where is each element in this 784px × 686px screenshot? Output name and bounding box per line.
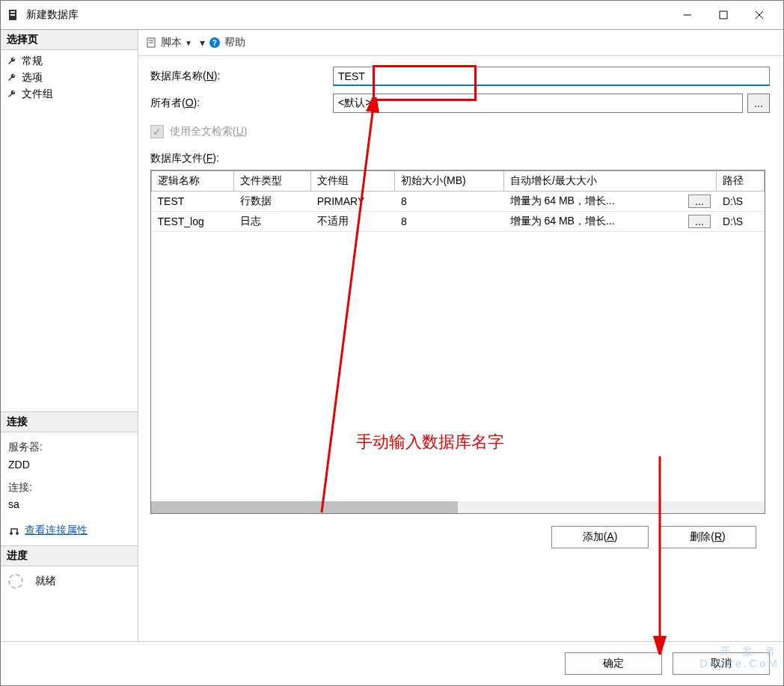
cell-filegroup[interactable]: PRIMARY bbox=[311, 192, 395, 212]
owner-label: 所有者(O): bbox=[146, 97, 333, 110]
sidebar-item-general[interactable]: 常规 bbox=[7, 53, 132, 70]
progress-section: 进度 就绪 bbox=[1, 545, 138, 641]
files-table: 逻辑名称 文件类型 文件组 初始大小(MB) 自动增长/最大大小 路径 bbox=[151, 171, 765, 232]
sidebar-item-filegroups[interactable]: 文件组 bbox=[7, 86, 132, 102]
select-page-header: 选择页 bbox=[1, 30, 138, 50]
add-button[interactable]: 添加(A) bbox=[551, 526, 649, 548]
connection-icon bbox=[8, 524, 20, 536]
view-connection-properties-label: 查看连接属性 bbox=[25, 521, 88, 539]
file-buttons-row: 添加(A) 删除(R) bbox=[146, 514, 770, 548]
cell-filegroup[interactable]: 不适用 bbox=[311, 212, 395, 232]
toolbar: 脚本 ▼ ▾ ? 帮助 bbox=[138, 30, 783, 56]
help-link[interactable]: 帮助 bbox=[224, 36, 245, 49]
view-connection-properties-link[interactable]: 查看连接属性 bbox=[8, 521, 130, 539]
cell-autogrowth[interactable]: 增量为 64 MB，增长... bbox=[504, 212, 669, 232]
wrench-icon bbox=[7, 56, 17, 67]
fulltext-row: ✓ 使用全文检索(U) bbox=[146, 120, 770, 147]
cell-logical-name[interactable]: TEST bbox=[152, 192, 234, 212]
select-page-section: 选择页 常规 选项 文件组 bbox=[1, 30, 138, 105]
files-table-scroll[interactable]: 逻辑名称 文件类型 文件组 初始大小(MB) 自动增长/最大大小 路径 bbox=[151, 171, 765, 513]
horizontal-scrollbar[interactable] bbox=[151, 501, 765, 513]
autogrowth-browse-button[interactable]: ... bbox=[688, 195, 711, 208]
sidebar-item-label: 选项 bbox=[22, 71, 43, 85]
col-logical-name[interactable]: 逻辑名称 bbox=[152, 171, 234, 192]
chevron-down-icon: ▼ bbox=[185, 39, 192, 47]
minimize-button[interactable] bbox=[670, 3, 705, 27]
sidebar-item-label: 文件组 bbox=[22, 88, 53, 101]
dialog-buttons: 确定 取消 bbox=[1, 641, 783, 685]
main-panel: 脚本 ▼ ▾ ? 帮助 数据库名称(N): 所有者(O): ... bbox=[138, 30, 783, 641]
connection-header: 连接 bbox=[1, 411, 138, 432]
col-file-type[interactable]: 文件类型 bbox=[234, 171, 311, 192]
connection-body: 服务器: ZDD 连接: sa 查看连接属性 bbox=[1, 432, 138, 545]
cell-path[interactable]: D:\S bbox=[717, 212, 765, 232]
conn-value: sa bbox=[8, 496, 130, 514]
remove-button[interactable]: 删除(R) bbox=[659, 526, 756, 548]
database-icon bbox=[7, 9, 19, 21]
owner-row: 所有者(O): ... bbox=[146, 94, 770, 113]
table-row[interactable]: TEST_log 日志 不适用 8 增量为 64 MB，增长... ... D:… bbox=[152, 212, 765, 232]
progress-body: 就绪 bbox=[1, 566, 138, 596]
cell-file-type[interactable]: 日志 bbox=[234, 212, 311, 232]
dialog-window: 新建数据库 选择页 常规 选项 bbox=[0, 0, 784, 686]
cell-init-size[interactable]: 8 bbox=[395, 212, 504, 232]
maximize-button[interactable] bbox=[705, 3, 741, 27]
svg-rect-1 bbox=[10, 11, 15, 13]
server-value: ZDD bbox=[8, 456, 130, 474]
progress-status: 就绪 bbox=[35, 575, 56, 588]
form-area: 数据库名称(N): 所有者(O): ... ✓ 使用全文检索(U) 数 bbox=[138, 56, 783, 559]
content-area: 选择页 常规 选项 文件组 bbox=[1, 29, 783, 641]
svg-point-8 bbox=[16, 532, 19, 535]
owner-browse-button[interactable]: ... bbox=[747, 94, 770, 113]
conn-label: 连接: bbox=[8, 479, 130, 497]
cell-init-size[interactable]: 8 bbox=[395, 192, 504, 212]
cell-path[interactable]: D:\S bbox=[717, 192, 765, 212]
files-table-wrap: 逻辑名称 文件类型 文件组 初始大小(MB) 自动增长/最大大小 路径 bbox=[150, 170, 765, 514]
dbname-input[interactable] bbox=[333, 67, 770, 86]
svg-point-7 bbox=[10, 532, 13, 535]
svg-rect-2 bbox=[10, 14, 15, 16]
cell-file-type[interactable]: 行数据 bbox=[234, 192, 311, 212]
help-icon: ? bbox=[209, 37, 220, 48]
cancel-button[interactable]: 取消 bbox=[673, 652, 770, 675]
scrollbar-thumb[interactable] bbox=[151, 501, 458, 513]
wrench-icon bbox=[7, 73, 17, 83]
dbname-row: 数据库名称(N): bbox=[146, 67, 770, 86]
table-row[interactable]: TEST 行数据 PRIMARY 8 增量为 64 MB，增长... ... D… bbox=[152, 192, 765, 212]
col-path[interactable]: 路径 bbox=[717, 171, 765, 192]
svg-rect-4 bbox=[720, 11, 727, 19]
titlebar: 新建数据库 bbox=[1, 1, 783, 29]
connection-section: 连接 服务器: ZDD 连接: sa 查看连接属性 bbox=[1, 411, 138, 545]
owner-input[interactable] bbox=[333, 94, 743, 113]
window-controls bbox=[670, 3, 777, 27]
server-label: 服务器: bbox=[8, 438, 130, 456]
close-button[interactable] bbox=[741, 3, 777, 27]
script-dropdown[interactable]: 脚本 ▼ bbox=[161, 36, 192, 49]
ok-button[interactable]: 确定 bbox=[565, 652, 662, 675]
script-icon bbox=[146, 37, 156, 48]
fulltext-label: 使用全文检索(U) bbox=[170, 125, 247, 138]
progress-header: 进度 bbox=[1, 545, 138, 566]
window-title: 新建数据库 bbox=[26, 8, 670, 22]
select-page-list: 常规 选项 文件组 bbox=[1, 50, 138, 105]
dbname-label: 数据库名称(N): bbox=[146, 70, 333, 83]
wrench-icon bbox=[7, 89, 17, 99]
sidebar-item-options[interactable]: 选项 bbox=[7, 70, 132, 86]
spinner-icon bbox=[8, 574, 23, 589]
table-header-row: 逻辑名称 文件类型 文件组 初始大小(MB) 自动增长/最大大小 路径 bbox=[152, 171, 765, 192]
col-filegroup[interactable]: 文件组 bbox=[311, 171, 395, 192]
autogrowth-browse-button[interactable]: ... bbox=[688, 215, 711, 228]
cell-autogrowth[interactable]: 增量为 64 MB，增长... bbox=[504, 192, 669, 212]
col-init-size[interactable]: 初始大小(MB) bbox=[395, 171, 504, 192]
fulltext-checkbox: ✓ bbox=[150, 125, 164, 138]
cell-logical-name[interactable]: TEST_log bbox=[152, 212, 234, 232]
sidebar-item-label: 常规 bbox=[22, 55, 43, 68]
sidebar: 选择页 常规 选项 文件组 bbox=[1, 30, 138, 641]
files-label: 数据库文件(F): bbox=[146, 147, 770, 170]
col-autogrowth[interactable]: 自动增长/最大大小 bbox=[504, 171, 717, 192]
